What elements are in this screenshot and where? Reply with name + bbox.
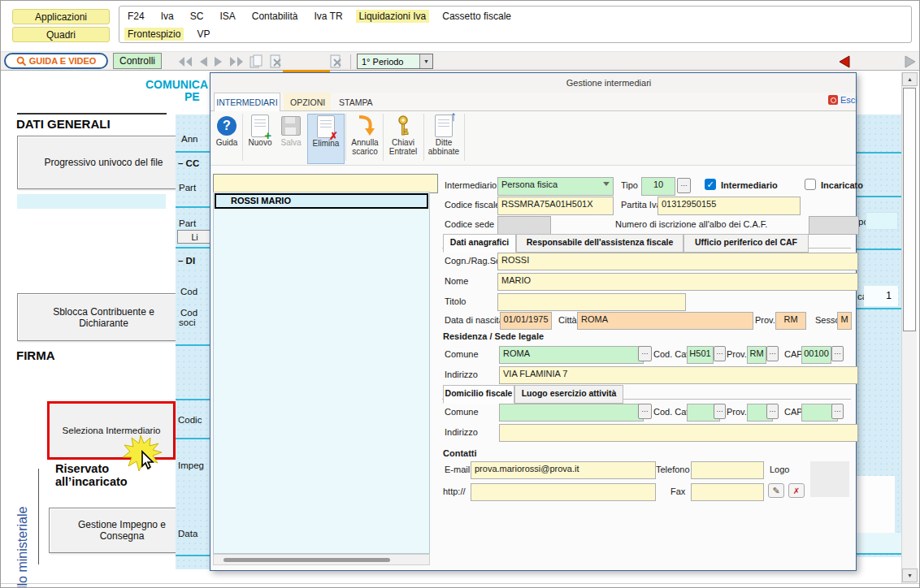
partial-label: Data <box>178 529 197 538</box>
partial-field-value[interactable]: 1 <box>864 286 898 306</box>
indirizzo2-field[interactable] <box>499 424 858 442</box>
menu-item-sc[interactable]: SC <box>187 10 207 23</box>
http-field[interactable] <box>471 483 656 501</box>
sesso-field[interactable]: M <box>837 312 852 330</box>
delete-page-icon[interactable] <box>269 54 283 68</box>
codice-fiscale-field[interactable]: RSSMRA75A01H501X <box>497 197 614 215</box>
partita-iva-field[interactable]: 01312950155 <box>657 197 801 215</box>
intermediario-checkbox[interactable]: ✓ <box>705 179 716 190</box>
section-bracket-line <box>38 469 39 564</box>
fax-field[interactable] <box>691 483 764 501</box>
tab-responsabile-assistenza[interactable]: Responsabile dell'assistenza fiscale <box>516 234 683 253</box>
comune2-field[interactable] <box>499 404 644 422</box>
scrollbar-thumb[interactable] <box>903 88 916 331</box>
logo-preview-box <box>810 461 849 497</box>
scroll-down-icon[interactable]: ▼ <box>902 569 918 582</box>
delete-all-pages-icon[interactable] <box>329 54 343 68</box>
elimina-button[interactable]: ✗ Elimina <box>307 114 345 164</box>
cognome-field[interactable]: ROSSI <box>497 253 858 270</box>
tab-opzioni[interactable]: OPZIONI <box>290 97 325 107</box>
intermediary-list[interactable]: ROSSI MARIO <box>213 192 430 554</box>
intermediary-search-input[interactable] <box>213 174 438 193</box>
tab-ufficio-caf[interactable]: Ufficio periferico del CAF <box>683 234 809 253</box>
logo-remove-button[interactable]: ✗ <box>788 483 805 498</box>
gestione-impegno-button[interactable]: Gestione Impegno e Consegna <box>49 508 195 553</box>
last-record-icon[interactable] <box>229 55 244 68</box>
partial-white-field[interactable] <box>856 476 895 533</box>
intermediario-type-select[interactable]: Persona fisica <box>497 177 614 196</box>
tab-stampa[interactable]: STAMPA <box>339 97 373 107</box>
incaricato-checkbox[interactable] <box>805 179 816 190</box>
next-record-icon[interactable] <box>214 55 223 68</box>
period-select[interactable]: 1° Periodo ▼ <box>357 54 433 69</box>
hscrollbar-thumb[interactable] <box>223 558 390 562</box>
guida-e-video-button[interactable]: GUIDA E VIDEO <box>4 53 108 69</box>
prov-nascita-field[interactable]: RM <box>775 312 806 330</box>
tipo-lookup-button[interactable]: … <box>677 178 691 193</box>
menu-item-vp[interactable]: VP <box>193 28 213 41</box>
nav-back-red-icon[interactable] <box>837 55 851 68</box>
cod-cat-lookup-button[interactable]: … <box>714 346 726 361</box>
comune-field[interactable]: ROMA <box>499 346 644 364</box>
sblocca-contribuente-button[interactable]: Sblocca Contribuente e Dichiarante <box>17 293 190 341</box>
scroll-up-icon[interactable]: ▲ <box>902 72 918 86</box>
cap-lookup-button[interactable]: … <box>831 346 844 361</box>
partial-button[interactable]: Li <box>177 230 210 244</box>
copy-page-icon[interactable] <box>250 54 263 68</box>
applicazioni-button[interactable]: Applicazioni <box>12 9 110 24</box>
tab-dati-anagrafici[interactable]: Dati anagrafici <box>443 234 516 253</box>
list-horizontal-scrollbar[interactable] <box>213 554 430 565</box>
cod-cat-field[interactable]: H501 <box>687 346 714 364</box>
cap2-lookup-button[interactable]: … <box>831 404 844 419</box>
tab-luogo-esercizio[interactable]: Luogo esercizio attività <box>514 385 623 404</box>
prov-lookup-button[interactable]: … <box>766 346 779 361</box>
indirizzo-field[interactable]: VIA FLAMINIA 7 <box>499 366 858 384</box>
previous-record-icon[interactable] <box>198 55 208 68</box>
progressivo-value-field[interactable] <box>17 194 166 209</box>
menu-item-f24[interactable]: F24 <box>124 10 148 23</box>
esci-button[interactable]: Esci <box>828 95 857 105</box>
partial-field[interactable] <box>866 212 898 230</box>
prov-residenza-field[interactable]: RM <box>747 346 766 364</box>
nav-forward-icon[interactable] <box>904 55 918 68</box>
quadri-button[interactable]: Quadri <box>12 27 110 42</box>
telefono-field[interactable] <box>691 461 764 479</box>
vertical-scrollbar[interactable]: ▲ ▼ <box>901 72 917 583</box>
tipo-field[interactable]: 10 <box>641 177 675 196</box>
salva-button[interactable]: Salva <box>276 114 306 162</box>
nuovo-button[interactable]: + Nuovo <box>245 114 275 162</box>
prov3-lookup-button[interactable]: … <box>766 404 779 419</box>
menu-item-contabilita[interactable]: Contabilità <box>249 10 302 23</box>
cap-field[interactable]: 00100 <box>801 346 831 364</box>
caf-number-field[interactable] <box>809 216 859 235</box>
menu-item-iva[interactable]: Iva <box>158 10 177 23</box>
menu-item-iva-tr[interactable]: Iva TR <box>310 10 345 23</box>
logo-edit-button[interactable]: ✎ <box>768 483 784 498</box>
citta-field[interactable]: ROMA <box>577 312 753 330</box>
data-nascita-field[interactable]: 01/01/1975 <box>500 312 552 330</box>
nome-field[interactable]: MARIO <box>497 273 858 291</box>
tab-domicilio-fiscale[interactable]: Domicilio fiscale <box>443 385 514 404</box>
comune2-lookup-button[interactable]: … <box>638 404 652 419</box>
comune-lookup-button[interactable]: … <box>638 346 652 361</box>
cod-cat2-lookup-button[interactable]: … <box>714 404 726 419</box>
first-record-icon[interactable] <box>178 55 193 68</box>
magnifier-icon <box>16 56 27 67</box>
prov3-label: Prov. <box>727 407 747 417</box>
controlli-button[interactable]: Controlli <box>113 53 162 69</box>
menu-item-cassetto-fiscale[interactable]: Cassetto fiscale <box>439 10 514 23</box>
list-item-selected[interactable]: ROSSI MARIO <box>215 193 428 209</box>
codice-sede-field[interactable] <box>497 216 551 235</box>
menu-item-isa[interactable]: ISA <box>216 10 238 23</box>
email-field[interactable]: prova.mariorossi@prova.it <box>471 461 656 479</box>
titolo-field[interactable] <box>497 293 686 311</box>
menu-item-liquidazioni-iva[interactable]: Liquidazioni Iva <box>356 10 430 23</box>
annulla-scarico-button[interactable]: Annulla scarico <box>348 114 382 162</box>
progressivo-univoco-button[interactable]: Progressivo univoco del file <box>17 136 190 189</box>
partial-label: Part <box>179 183 196 192</box>
window-bottom-edge <box>1 583 920 584</box>
menu-item-frontespizio[interactable]: Frontespizio <box>124 28 184 41</box>
ditte-abbinate-button[interactable]: ↑ Ditte abbinate <box>426 114 462 162</box>
guida-button[interactable]: ? Guida <box>215 114 239 162</box>
chiavi-entratel-button[interactable]: Chiavi Entratel <box>385 114 421 162</box>
